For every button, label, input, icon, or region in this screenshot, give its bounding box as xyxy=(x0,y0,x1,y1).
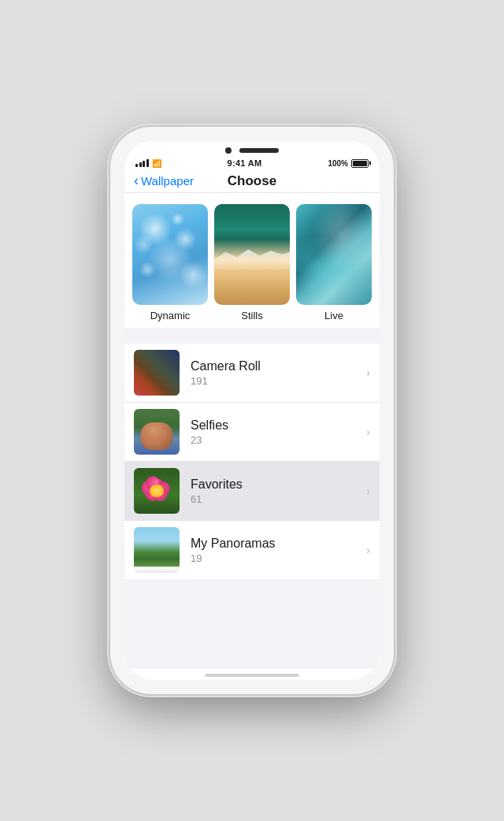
selfies-face xyxy=(141,422,173,450)
live-thumb xyxy=(296,204,372,305)
camera-roll-chevron-icon: › xyxy=(366,366,370,379)
phone-screen: 📶 9:41 AM 100% ‹ Wallpaper Choose xyxy=(124,141,380,680)
selfies-thumb xyxy=(134,409,180,455)
favorites-chevron-icon: › xyxy=(366,485,370,497)
status-left: 📶 xyxy=(135,159,161,168)
battery-percent: 100% xyxy=(328,159,348,168)
camera-roll-info: Camera Roll 191 xyxy=(191,359,361,387)
stills-thumb xyxy=(214,204,290,305)
phone-top-bar xyxy=(124,141,380,157)
list-item[interactable]: Favorites 61 › xyxy=(124,462,380,521)
live-bg xyxy=(296,204,372,305)
battery-icon xyxy=(351,159,369,168)
panoramas-count: 19 xyxy=(191,552,361,564)
live-label: Live xyxy=(324,310,343,321)
selfies-thumbnail xyxy=(134,409,180,455)
selfies-info: Selfies 23 xyxy=(191,418,361,446)
selfies-title: Selfies xyxy=(191,418,361,433)
back-button[interactable]: ‹ Wallpaper xyxy=(134,174,194,188)
home-indicator xyxy=(205,674,299,677)
nav-bar: ‹ Wallpaper Choose xyxy=(124,169,380,193)
wallpaper-type-section: Dynamic Stills Live xyxy=(124,193,380,328)
wallpaper-type-dynamic[interactable]: Dynamic xyxy=(132,204,208,321)
dynamic-label: Dynamic xyxy=(150,310,191,321)
signal-bar-4 xyxy=(146,159,149,167)
status-right: 100% xyxy=(328,159,369,168)
signal-bar-2 xyxy=(139,162,142,167)
camera-roll-thumbnail xyxy=(134,350,180,396)
album-list: Camera Roll 191 › Selfies 23 xyxy=(124,344,380,579)
signal-bars xyxy=(135,159,149,167)
stills-label: Stills xyxy=(241,310,262,321)
dynamic-thumb xyxy=(132,204,208,305)
selfies-count: 23 xyxy=(191,434,361,446)
panoramas-title: My Panoramas xyxy=(191,537,361,551)
panoramas-info: My Panoramas 19 xyxy=(191,537,361,564)
phone-device: 📶 9:41 AM 100% ‹ Wallpaper Choose xyxy=(110,127,394,694)
back-label: Wallpaper xyxy=(141,174,194,188)
favorites-count: 61 xyxy=(191,493,361,505)
list-item[interactable]: Camera Roll 191 › xyxy=(124,344,380,403)
favorites-thumb xyxy=(134,468,180,514)
page-title: Choose xyxy=(228,173,276,189)
battery-body xyxy=(351,159,369,168)
camera-roll-thumb xyxy=(134,350,180,396)
favorites-title: Favorites xyxy=(191,477,361,492)
panoramas-thumb xyxy=(134,527,180,573)
back-chevron-icon: ‹ xyxy=(134,173,139,188)
list-item[interactable]: My Panoramas 19 › xyxy=(124,521,380,579)
signal-bar-1 xyxy=(135,164,138,167)
speaker-grill xyxy=(239,148,279,153)
stills-bg xyxy=(214,204,290,305)
front-camera xyxy=(225,147,232,154)
dynamic-bg xyxy=(132,204,208,305)
status-time: 9:41 AM xyxy=(228,158,262,168)
home-indicator-wrap xyxy=(124,669,380,680)
favorites-thumbnail xyxy=(134,468,180,514)
list-item[interactable]: Selfies 23 › xyxy=(124,403,380,462)
camera-roll-count: 191 xyxy=(191,375,361,387)
status-bar: 📶 9:41 AM 100% xyxy=(124,157,380,169)
flower-petals xyxy=(139,475,175,507)
content-area: Dynamic Stills Live xyxy=(124,193,380,669)
selfies-chevron-icon: › xyxy=(366,425,370,438)
wallpaper-type-live[interactable]: Live xyxy=(296,204,372,321)
wallpaper-grid: Dynamic Stills Live xyxy=(132,204,372,321)
battery-fill xyxy=(353,161,367,166)
wallpaper-type-stills[interactable]: Stills xyxy=(214,204,290,321)
wifi-icon: 📶 xyxy=(152,159,161,168)
panoramas-chevron-icon: › xyxy=(366,544,370,556)
camera-roll-title: Camera Roll xyxy=(191,359,361,373)
section-separator xyxy=(124,328,380,344)
signal-bar-3 xyxy=(143,161,145,167)
favorites-info: Favorites 61 xyxy=(191,477,361,505)
panoramas-thumbnail xyxy=(134,527,180,573)
